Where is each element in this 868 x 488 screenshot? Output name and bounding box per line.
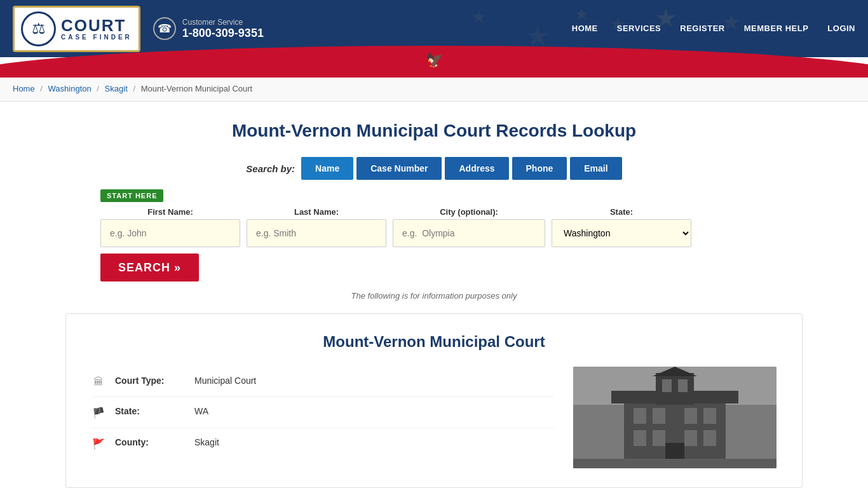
search-by-row: Search by: Name Case Number Address Phon…: [65, 157, 803, 180]
state-group: State: Washington Alabama Alaska Arizona…: [552, 207, 691, 247]
county-row: 🚩 County: Skagit: [92, 428, 554, 459]
court-type-label: Court Type:: [115, 376, 185, 386]
logo-court-text: COURT: [61, 17, 132, 34]
court-image: [573, 367, 776, 468]
breadcrumb-home[interactable]: Home: [13, 84, 35, 93]
court-type-icon: 🏛: [92, 376, 105, 388]
logo[interactable]: ⚖ COURT CASE FINDER: [13, 6, 140, 52]
tab-case-number[interactable]: Case Number: [356, 157, 442, 180]
breadcrumb-state[interactable]: Washington: [48, 84, 92, 93]
county-label: County:: [115, 437, 185, 447]
city-label: City (optional):: [393, 207, 545, 217]
state-row-label: State:: [115, 406, 185, 416]
tab-address[interactable]: Address: [445, 157, 508, 180]
court-info: 🏛 Court Type: Municipal Court 🏴 State: W…: [92, 367, 554, 468]
nav-login[interactable]: LOGIN: [827, 24, 855, 34]
last-name-label: Last Name:: [247, 207, 386, 217]
state-row: 🏴 State: WA: [92, 397, 554, 428]
logo-emblem: ⚖: [21, 11, 56, 46]
last-name-input[interactable]: [247, 219, 386, 247]
breadcrumb-sep-2: /: [97, 84, 99, 93]
start-here-badge: START HERE: [100, 189, 163, 202]
phone-icon: ☎: [153, 17, 176, 40]
county-value: Skagit: [194, 437, 219, 447]
nav-member-help[interactable]: MEMBER HELP: [744, 24, 809, 34]
tab-email[interactable]: Email: [570, 157, 621, 180]
state-label: State:: [552, 207, 691, 217]
state-icon: 🏴: [92, 407, 105, 419]
tab-phone[interactable]: Phone: [512, 157, 567, 180]
search-section: Search by: Name Case Number Address Phon…: [65, 157, 803, 301]
nav-register[interactable]: REGISTER: [680, 24, 724, 34]
court-card: Mount-Vernon Municipal Court 🏛 Court Typ…: [65, 313, 803, 488]
breadcrumb-sep-3: /: [133, 84, 135, 93]
breadcrumb: Home / Washington / Skagit / Mount-Verno…: [0, 76, 868, 102]
search-form: First Name: Last Name: City (optional): …: [100, 207, 768, 281]
first-name-label: First Name:: [100, 207, 240, 217]
breadcrumb-current: Mount-Vernon Municipal Court: [141, 84, 253, 93]
county-icon: 🚩: [92, 438, 105, 450]
nav-home[interactable]: HOME: [572, 24, 598, 34]
page-title: Mount-Vernon Municipal Court Records Loo…: [65, 121, 803, 141]
city-group: City (optional):: [393, 207, 545, 247]
svg-rect-18: [573, 367, 776, 468]
customer-service: ☎ Customer Service 1-800-309-9351: [153, 17, 264, 40]
breadcrumb-county[interactable]: Skagit: [105, 84, 128, 93]
main-content: Mount-Vernon Municipal Court Records Loo…: [53, 102, 815, 488]
info-note: The following is for information purpose…: [65, 291, 803, 301]
cs-label: Customer Service: [182, 18, 264, 27]
breadcrumb-sep-1: /: [40, 84, 43, 93]
header-left: ⚖ COURT CASE FINDER ☎ Customer Service 1…: [13, 6, 264, 52]
ribbon: 🦅: [0, 57, 868, 76]
tab-name[interactable]: Name: [301, 157, 353, 180]
eagle-icon: 🦅: [426, 52, 443, 69]
court-type-row: 🏛 Court Type: Municipal Court: [92, 367, 554, 397]
state-select[interactable]: Washington Alabama Alaska Arizona Califo…: [552, 219, 691, 247]
search-by-label: Search by:: [246, 163, 295, 174]
search-button[interactable]: SEARCH »: [100, 254, 199, 281]
court-card-body: 🏛 Court Type: Municipal Court 🏴 State: W…: [92, 367, 776, 468]
court-type-value: Municipal Court: [194, 376, 256, 386]
nav-services[interactable]: SERVICES: [617, 24, 661, 34]
logo-case-finder-text: CASE FINDER: [61, 34, 132, 41]
last-name-group: Last Name:: [247, 207, 386, 247]
first-name-group: First Name:: [100, 207, 240, 247]
city-input[interactable]: [393, 219, 545, 247]
cs-phone: 1-800-309-9351: [182, 27, 264, 40]
first-name-input[interactable]: [100, 219, 240, 247]
state-row-value: WA: [194, 406, 208, 416]
court-card-title: Mount-Vernon Municipal Court: [92, 333, 776, 351]
main-nav: HOME SERVICES REGISTER MEMBER HELP LOGIN: [572, 24, 855, 34]
